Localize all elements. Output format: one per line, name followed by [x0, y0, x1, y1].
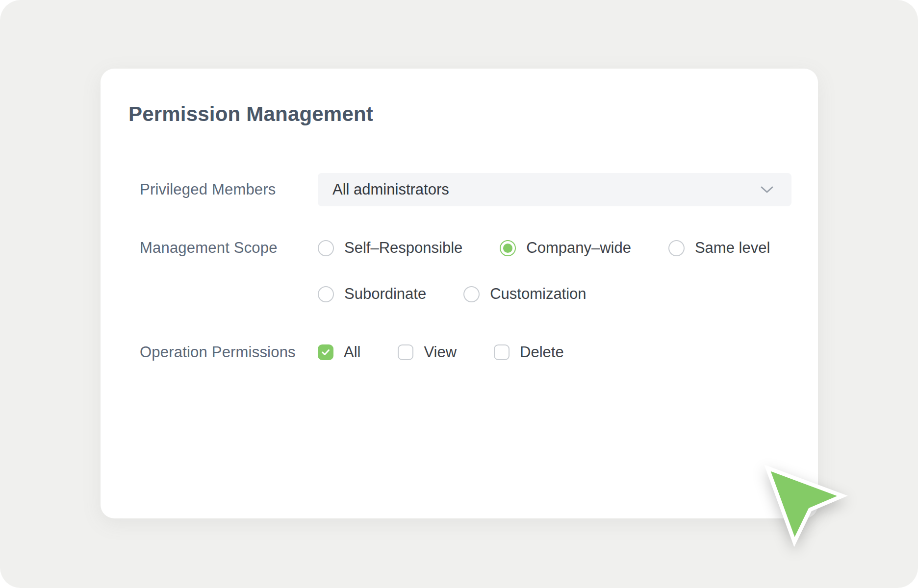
management-scope-option[interactable]: Customization	[463, 286, 586, 302]
checkbox-unchecked[interactable]	[398, 344, 413, 360]
radio-unselected[interactable]	[318, 286, 334, 302]
management-scope-row: Management Scope Self–ResponsibleCompany…	[140, 240, 798, 302]
checkbox-checked[interactable]	[318, 344, 333, 360]
radio-unselected[interactable]	[318, 240, 334, 256]
operation-permission-option[interactable]: All	[318, 344, 360, 361]
option-label: All	[344, 343, 360, 361]
operation-permissions-label: Operation Permissions	[140, 344, 318, 361]
option-label: Delete	[520, 343, 564, 361]
check-icon	[321, 349, 330, 356]
privileged-members-row: Privileged Members All administrators	[140, 173, 791, 206]
radio-dot	[503, 244, 512, 253]
option-label: Same level	[695, 239, 770, 257]
management-scope-option[interactable]: Self–Responsible	[318, 240, 462, 256]
operation-permission-option[interactable]: Delete	[494, 344, 564, 361]
privileged-members-label: Privileged Members	[140, 173, 318, 206]
management-scope-option[interactable]: Company–wide	[500, 240, 631, 256]
page-background: Permission Management Privileged Members…	[0, 0, 918, 588]
option-label: Self–Responsible	[344, 239, 462, 257]
permission-management-card: Permission Management Privileged Members…	[101, 69, 818, 518]
management-scope-label: Management Scope	[140, 240, 318, 256]
operation-permissions-row: Operation Permissions AllViewDelete	[140, 344, 798, 361]
radio-unselected[interactable]	[463, 286, 480, 302]
privileged-members-select[interactable]: All administrators	[318, 173, 791, 206]
management-scope-option[interactable]: Subordinate	[318, 286, 426, 302]
option-label: Company–wide	[526, 239, 631, 257]
operation-permissions-options: AllViewDelete	[318, 344, 798, 361]
radio-selected[interactable]	[500, 240, 516, 256]
option-label: View	[424, 343, 457, 361]
chevron-down-icon	[760, 186, 774, 194]
management-scope-options: Self–ResponsibleCompany–wideSame levelSu…	[318, 240, 798, 302]
option-label: Subordinate	[344, 285, 426, 303]
management-scope-option[interactable]: Same level	[668, 240, 770, 256]
privileged-members-selected-value: All administrators	[332, 181, 760, 198]
option-label: Customization	[490, 285, 586, 303]
checkbox-unchecked[interactable]	[494, 344, 510, 360]
page-title: Permission Management	[128, 102, 373, 126]
operation-permission-option[interactable]: View	[398, 344, 457, 361]
radio-unselected[interactable]	[668, 240, 685, 256]
